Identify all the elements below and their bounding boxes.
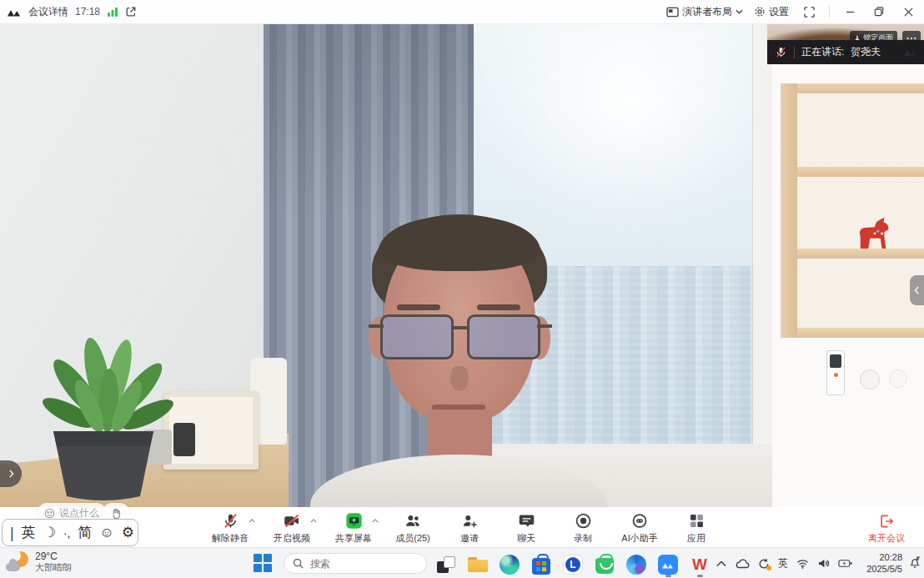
leave-meeting-button[interactable]: 离开会议 (861, 511, 912, 545)
potted-plant (18, 329, 185, 501)
l-app-icon: L (563, 555, 583, 575)
chevron-up-icon (310, 519, 317, 523)
restore-button[interactable] (870, 3, 888, 20)
edge-browser-button[interactable] (498, 551, 521, 577)
tencent-meeting-icon (658, 555, 678, 575)
microsoft-store-icon (532, 558, 550, 575)
ime-emoji-button[interactable]: ☺ (100, 525, 114, 540)
glasses (380, 314, 454, 359)
wps-icon: W (692, 556, 707, 572)
wifi-icon[interactable] (796, 559, 809, 569)
app-store-green-button[interactable] (593, 551, 616, 577)
task-view-button[interactable] (434, 551, 458, 577)
ime-language-toggle[interactable]: 英 (22, 525, 36, 540)
volume-icon[interactable] (817, 558, 830, 569)
invite-button[interactable]: 邀请 (445, 511, 494, 545)
signal-bars-icon (107, 7, 118, 17)
chevron-down-icon (736, 9, 743, 14)
battery-icon[interactable] (838, 559, 852, 568)
microsoft-store-button[interactable] (530, 551, 553, 577)
titlebar: 会议详情 17:18 演讲者布局 设置 (0, 0, 924, 24)
apps-grid-icon (688, 512, 706, 530)
gear-icon (754, 6, 766, 18)
ime-punctuation-toggle[interactable]: ·, (63, 527, 71, 539)
camera-off-icon (283, 512, 301, 530)
hidden-icons-chevron[interactable] (716, 560, 726, 567)
start-button[interactable] (254, 554, 273, 573)
speaker-video-person (292, 191, 625, 507)
edge-icon (500, 555, 520, 575)
meeting-details-button[interactable]: 会议详情 (28, 5, 68, 19)
wall-outlet (860, 369, 880, 390)
app-l-button[interactable]: L (561, 551, 585, 577)
swirl-app-icon (626, 555, 646, 575)
speaker-name: 贺尧夫 (851, 45, 881, 59)
ime-simplified-toggle[interactable]: 简 (78, 525, 93, 540)
ime-settings-button[interactable]: ⚙ (122, 525, 134, 540)
windows-taskbar: 29°C 大部晴朗 L W (0, 547, 924, 578)
tray-ime-language[interactable]: 英 (778, 556, 788, 570)
close-button[interactable] (899, 3, 917, 20)
wps-taskbar-button[interactable]: W (688, 551, 711, 577)
video-thumbnail[interactable] (767, 24, 924, 40)
share-screen-icon (345, 512, 363, 530)
moon-cloud-icon (6, 551, 29, 573)
meeting-duration: 17:18 (75, 6, 100, 18)
main-video-stage: 锁定画面 正在讲话: 贺尧夫 (0, 24, 924, 507)
record-button[interactable]: 录制 (559, 511, 607, 545)
weather-widget[interactable]: 29°C 大部晴朗 (6, 550, 72, 574)
green-bag-icon (595, 558, 614, 574)
notification-bell-icon[interactable] (909, 556, 921, 569)
wall-outlet-2 (889, 369, 907, 388)
more-dots-icon (906, 37, 916, 40)
external-link-icon[interactable] (125, 6, 137, 18)
divider (829, 6, 830, 18)
chevron-left-icon (914, 286, 920, 294)
ime-cursor-icon: | (10, 525, 14, 540)
browser-swirl-button[interactable] (625, 551, 648, 577)
speaking-label: 正在讲话: (801, 45, 844, 59)
apps-button[interactable]: 应用 (672, 511, 721, 545)
leave-meeting-icon (878, 513, 895, 530)
ai-assistant-button[interactable]: AI小助手 (615, 511, 664, 545)
invite-icon (460, 512, 479, 530)
chat-button[interactable]: 聊天 (502, 511, 550, 545)
collapse-panel-right-handle[interactable] (910, 275, 924, 305)
weather-temperature: 29°C (35, 550, 72, 562)
ai-assistant-icon (630, 512, 649, 530)
active-speaker-banner: 正在讲话: 贺尧夫 (767, 40, 924, 64)
taskbar-clock[interactable]: 20:28 2025/5/5 (866, 552, 902, 575)
minimize-button[interactable] (841, 3, 859, 20)
running-indicator (665, 575, 671, 577)
ime-fullwidth-moon-icon[interactable]: ☽ (43, 525, 56, 540)
fullscreen-icon[interactable] (800, 3, 818, 20)
clock-date: 2025/5/5 (866, 564, 902, 575)
raise-hand-icon (110, 508, 122, 520)
mic-muted-icon (775, 46, 787, 58)
taskbar-search[interactable] (284, 553, 427, 574)
wall-remote-control (826, 350, 845, 395)
layout-selector-button[interactable]: 演讲者布局 (666, 5, 743, 19)
onedrive-cloud-icon[interactable] (735, 559, 750, 569)
meeting-control-bar: 解除静音 开启视频 共享屏幕 成员(25) 邀请 聊天 (0, 507, 924, 547)
scene-shelf (781, 83, 924, 338)
clock-time: 20:28 (866, 552, 902, 564)
file-explorer-button[interactable] (466, 551, 490, 577)
members-button[interactable]: 成员(25) (389, 511, 437, 545)
tencent-meeting-taskbar-button[interactable] (656, 551, 680, 577)
watermark-logo-icon (901, 46, 920, 58)
ime-toolbar[interactable]: | 英 ☽ ·, 简 ☺ ⚙ (2, 519, 138, 546)
share-screen-button[interactable]: 共享屏幕 (327, 511, 380, 545)
system-tray: 英 (716, 556, 852, 570)
update-sync-icon[interactable] (758, 558, 770, 570)
search-input[interactable] (309, 557, 409, 570)
smiley-icon (44, 508, 55, 519)
chat-icon (518, 512, 535, 530)
settings-button[interactable]: 设置 (754, 5, 789, 19)
dala-horse-figurine (854, 215, 894, 250)
record-icon (575, 512, 592, 530)
chevron-right-icon (8, 470, 14, 478)
tencent-meeting-logo-icon (7, 5, 22, 18)
unmute-button[interactable]: 解除静音 (203, 511, 257, 545)
start-video-button[interactable]: 开启视频 (265, 511, 319, 545)
